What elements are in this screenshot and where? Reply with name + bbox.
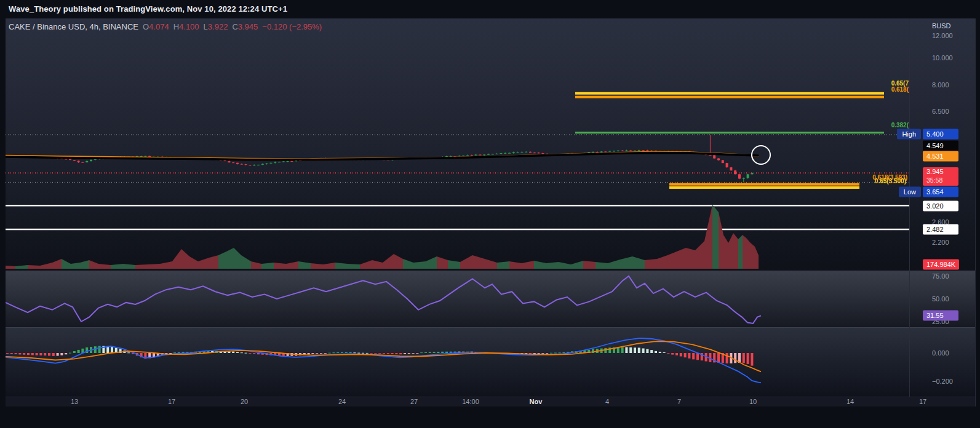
volume-area-segment [383,254,394,269]
volume-area-segment [286,261,298,269]
macd-histogram-bar [232,352,234,353]
candle-body [608,151,611,152]
volume-area-segment [704,205,712,269]
volume-area-segment [6,266,15,269]
volume-area-segment [28,265,40,269]
volume-area-segment [52,259,62,269]
candle-body [617,151,619,151]
macd-histogram-bar [52,353,55,356]
candle-body [78,160,80,162]
candle-body [483,154,485,155]
candle-body [504,153,506,154]
macd-histogram-bar [441,352,444,353]
volume-area-segment [98,264,111,269]
candle-body [249,165,251,165]
candle-body [638,150,640,151]
candle-body [625,151,627,151]
macd-histogram-bar [395,353,397,354]
candle-body [533,153,536,153]
volume-area-segment [218,252,226,269]
candle-body [287,161,289,162]
volume-area-segment [198,258,209,269]
macd-histogram-bar [404,353,406,354]
macd-histogram-bar [659,352,661,353]
macd-histogram-bar [48,353,50,356]
macd-histogram-bar [27,353,30,355]
macd-histogram-bar [621,347,624,353]
volume-area-segment [522,261,534,269]
macd-histogram-bar [437,352,439,353]
macd-line [6,338,761,382]
macd-histogram-bar [73,351,76,353]
macd-histogram-bar [329,353,331,354]
volume-area-segment [755,247,759,269]
volume-area-segment [274,263,286,269]
candle-body [717,159,720,160]
volume-area-segment [497,261,509,269]
macd-histogram-bar [650,350,653,353]
macd-histogram-bar [44,353,46,355]
volume-area-segment [403,259,413,269]
volume-area-segment [719,212,723,269]
candle-body [629,151,632,151]
volume-area-segment [437,256,448,269]
volume-area-segment [80,260,89,269]
macd-histogram-bar [39,353,42,355]
macd-histogram-bar [550,353,552,354]
candle-body [613,151,615,152]
volume-area-segment [89,260,98,269]
macd-histogram-bar [663,352,666,353]
volume-area-segment [686,248,695,269]
candle-body [730,167,732,170]
volume-area-segment [695,241,704,269]
macd-histogram-bar [15,353,17,354]
candle-body [471,155,473,156]
volume-area-segment [485,259,497,269]
macd-histogram-bar [629,347,632,353]
candle-body [492,154,494,154]
macd-histogram-bar [249,353,251,354]
candle-body [458,156,460,156]
volume-area-segment [733,233,738,269]
candle-body [738,174,741,178]
macd-histogram-bar [57,353,59,356]
macd-histogram-bar [173,352,176,353]
macd-histogram-bar [69,353,71,354]
volume-area-segment [148,264,160,269]
volume-area-segment [251,261,261,269]
volume-area-segment [677,248,686,269]
candle-body [642,150,645,151]
macd-histogram-bar [23,353,25,355]
macd-histogram-bar [374,353,376,354]
volume-area-segment [111,264,123,269]
volume-area-segment [472,255,485,269]
volume-area-segment [241,255,251,269]
candle-body [228,161,230,162]
chart-canvas[interactable] [0,0,980,428]
macd-histogram-bar [378,353,381,354]
volume-area-segment [546,262,559,269]
volume-area-segment [712,205,719,269]
macd-histogram-bar [349,352,352,353]
macd-histogram-bar [604,348,607,353]
macd-histogram-bar [541,353,544,354]
volume-area-segment [123,264,135,269]
macd-histogram-bar [671,353,674,355]
macd-histogram-bar [684,353,687,357]
candle-body [713,155,715,158]
volume-area-segment [311,263,323,269]
macd-histogram-bar [696,353,699,360]
candle-body [596,152,599,153]
macd-histogram-bar [6,353,9,354]
macd-histogram-bar [311,353,314,354]
macd-histogram-bar [324,353,327,354]
volume-area-segment [413,261,426,269]
macd-histogram-bar [420,352,423,353]
macd-histogram-bar [241,352,243,353]
volume-area-segment [323,263,335,269]
macd-histogram-bar [408,353,410,354]
volume-area-segment [172,249,181,269]
candle-body [86,161,88,162]
volume-area-segment [608,260,620,269]
macd-histogram-bar [253,353,255,354]
